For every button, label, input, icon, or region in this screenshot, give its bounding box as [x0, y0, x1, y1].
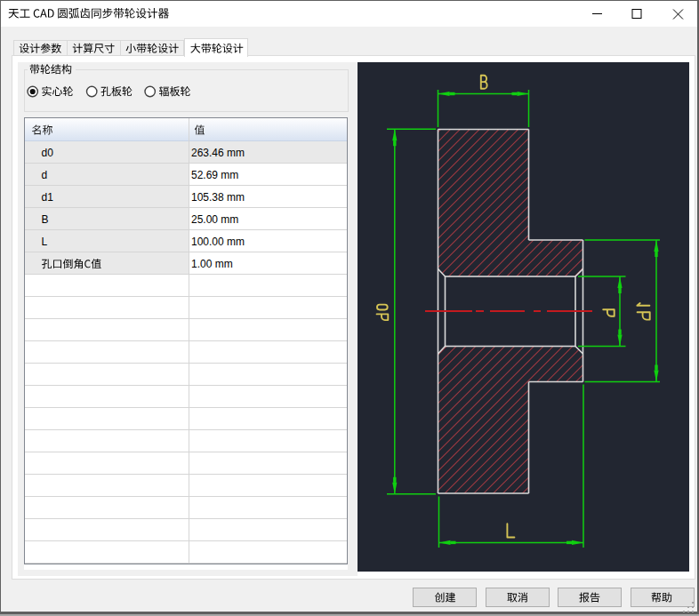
svg-text:L: L	[42, 236, 48, 248]
svg-text:263.46 mm: 263.46 mm	[191, 147, 245, 159]
svg-text:B: B	[42, 213, 49, 226]
svg-text:d0: d0	[42, 147, 54, 159]
svg-text:100.00 mm: 100.00 mm	[191, 236, 245, 248]
svg-text:105.38 mm: 105.38 mm	[191, 191, 245, 204]
svg-text:d: d	[42, 169, 48, 181]
svg-text:1.00 mm: 1.00 mm	[191, 258, 233, 270]
svg-text:25.00 mm: 25.00 mm	[191, 213, 238, 226]
svg-text:d1: d1	[42, 191, 54, 204]
svg-text:52.69 mm: 52.69 mm	[191, 169, 238, 181]
